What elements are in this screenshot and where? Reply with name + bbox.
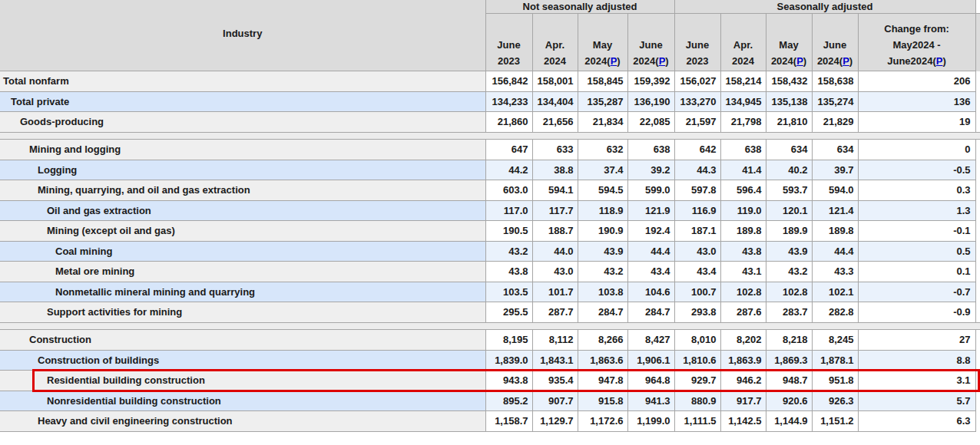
value-cell: 1,142.5 xyxy=(720,411,766,432)
value-cell: 634 xyxy=(812,140,858,160)
value-cell: 43.3 xyxy=(812,262,858,282)
industry-row: Support activities for mining295.5287.72… xyxy=(0,302,980,323)
value-cell: 135,274 xyxy=(812,91,858,112)
value-cell: 597.8 xyxy=(674,180,720,201)
column-header: Change from:May2024 -June2024(P) xyxy=(858,14,975,71)
industry-cell: Construction of buildings xyxy=(0,350,485,371)
industry-row: Mining and logging6476336326386426386346… xyxy=(0,140,980,160)
value-cell: 190.9 xyxy=(578,221,627,242)
change-value-cell: 0.5 xyxy=(858,241,975,262)
value-cell: 1,863.9 xyxy=(720,350,766,371)
column-header-line: May xyxy=(579,37,627,53)
value-cell: 38.8 xyxy=(532,160,578,180)
industry-row: Logging44.238.837.439.244.341.440.239.7-… xyxy=(0,160,980,180)
employment-table-page: Industry Not seasonally adjusted Seasona… xyxy=(0,0,980,445)
column-header: June2024(P) xyxy=(627,14,674,71)
value-cell: 135,138 xyxy=(766,91,812,112)
value-cell: 8,202 xyxy=(720,330,766,351)
value-cell: 1,839.0 xyxy=(485,350,532,371)
employment-table: Industry Not seasonally adjusted Seasona… xyxy=(0,0,980,432)
table-right-edge xyxy=(975,0,980,14)
column-header-line: 2024(P) xyxy=(813,53,857,69)
value-cell: 284.7 xyxy=(578,302,627,323)
value-cell: 895.2 xyxy=(485,391,532,411)
value-cell: 189.8 xyxy=(720,221,766,242)
column-header-line: June xyxy=(487,37,531,53)
preliminary-footnote-link[interactable]: P xyxy=(843,55,849,67)
value-cell: 593.7 xyxy=(766,180,812,201)
preliminary-footnote-link[interactable]: P xyxy=(659,55,666,67)
value-cell: 135,287 xyxy=(578,91,627,112)
value-cell: 43.1 xyxy=(720,262,766,282)
group-header-not-seasonally-adjusted: Not seasonally adjusted xyxy=(485,0,674,14)
industry-row: Heavy and civil engineering construction… xyxy=(0,411,980,432)
column-header: May2024(P) xyxy=(766,14,812,71)
table-right-edge xyxy=(975,371,980,391)
value-cell: 8,010 xyxy=(674,330,720,351)
industry-column-header: Industry xyxy=(0,0,485,71)
value-cell: 21,798 xyxy=(720,112,766,133)
change-value-cell: 27 xyxy=(858,330,975,351)
value-cell: 917.7 xyxy=(720,391,766,411)
value-cell: 118.9 xyxy=(578,200,627,221)
preliminary-footnote-link[interactable]: P xyxy=(611,55,617,67)
value-cell: 121.9 xyxy=(627,200,674,221)
value-cell: 283.7 xyxy=(766,302,812,323)
value-cell: 21,597 xyxy=(674,112,720,133)
value-cell: 103.5 xyxy=(485,282,532,302)
industry-row: Mining (except oil and gas)190.5188.7190… xyxy=(0,221,980,242)
value-cell: 190.5 xyxy=(485,221,532,242)
value-cell: 101.7 xyxy=(532,282,578,302)
value-cell: 189.8 xyxy=(812,221,858,242)
value-cell: 880.9 xyxy=(674,391,720,411)
column-header-line: Apr. xyxy=(722,37,765,53)
value-cell: 21,656 xyxy=(532,112,578,133)
column-header: June2023 xyxy=(485,14,532,71)
value-cell: 8,195 xyxy=(485,330,532,351)
industry-cell: Total private xyxy=(0,91,485,112)
value-cell: 926.3 xyxy=(812,391,858,411)
value-cell: 102.1 xyxy=(812,282,858,302)
value-cell: 1,199.0 xyxy=(627,411,674,432)
value-cell: 121.4 xyxy=(812,200,858,221)
industry-row: Construction of buildings1,839.01,843.11… xyxy=(0,350,980,371)
value-cell: 964.8 xyxy=(627,371,674,391)
value-cell: 44.3 xyxy=(674,160,720,180)
value-cell: 287.6 xyxy=(720,302,766,323)
table-right-edge xyxy=(975,140,980,160)
value-cell: 594.0 xyxy=(812,180,858,201)
value-cell: 1,869.3 xyxy=(766,350,812,371)
value-cell: 39.2 xyxy=(627,160,674,180)
value-cell: 43.8 xyxy=(485,262,532,282)
industry-row: Goods-producing21,86021,65621,83422,0852… xyxy=(0,112,980,133)
value-cell: 293.8 xyxy=(674,302,720,323)
value-cell: 1,111.5 xyxy=(674,411,720,432)
industry-cell: Nonmetallic mineral mining and quarrying xyxy=(0,282,485,302)
value-cell: 188.7 xyxy=(532,221,578,242)
table-right-edge xyxy=(975,350,980,371)
change-value-cell: 8.8 xyxy=(858,350,975,371)
value-cell: 935.4 xyxy=(532,371,578,391)
column-header-line: 2024(P) xyxy=(767,53,811,69)
table-right-edge xyxy=(975,14,980,71)
value-cell: 43.2 xyxy=(485,241,532,262)
industry-row: Nonresidential building construction895.… xyxy=(0,391,980,411)
preliminary-footnote-link[interactable]: P xyxy=(796,55,803,67)
column-header-line: June xyxy=(813,37,857,53)
change-value-cell: 3.1 xyxy=(858,371,975,391)
value-cell: 41.4 xyxy=(720,160,766,180)
change-value-cell: 0 xyxy=(858,140,975,160)
value-cell: 915.8 xyxy=(578,391,627,411)
preliminary-footnote-link[interactable]: P xyxy=(936,55,943,67)
value-cell: 119.0 xyxy=(720,200,766,221)
industry-cell: Goods-producing xyxy=(0,112,485,133)
value-cell: 1,151.2 xyxy=(812,411,858,432)
value-cell: 43.8 xyxy=(720,241,766,262)
value-cell: 634 xyxy=(766,140,812,160)
industry-cell: Metal ore mining xyxy=(0,262,485,282)
industry-cell: Mining (except oil and gas) xyxy=(0,221,485,242)
value-cell: 951.8 xyxy=(812,371,858,391)
value-cell: 594.5 xyxy=(578,180,627,201)
industry-cell: Nonresidential building construction xyxy=(0,391,485,411)
column-header-line: May2024 - xyxy=(859,37,975,53)
